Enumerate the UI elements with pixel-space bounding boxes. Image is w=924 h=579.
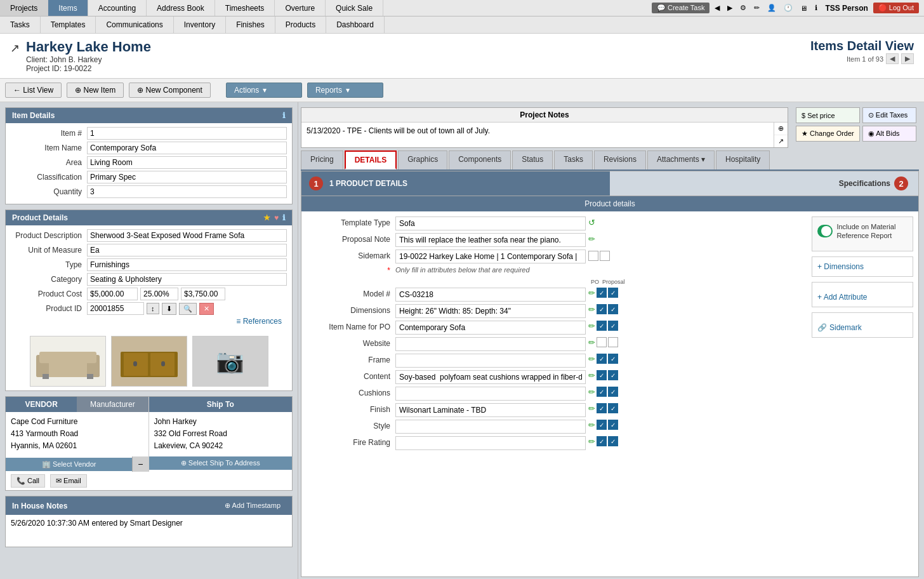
tab-hospitality[interactable]: Hospitality [716,150,770,170]
nav-timesheets[interactable]: Timesheets [215,0,275,16]
product-id-move-icon[interactable]: ↕ [147,303,159,314]
project-notes-expand-icon[interactable]: ⊕ [774,123,788,135]
tab-attachments[interactable]: Attachments [647,150,715,170]
content-input[interactable] [395,370,586,384]
content-po-checkbox[interactable] [597,370,607,380]
manufacturer-tab[interactable]: Manufacturer [77,397,148,412]
frame-edit-icon[interactable]: ✏ [588,354,595,364]
unit-of-measure-input[interactable] [87,244,287,256]
add-attribute-link[interactable]: + Add Attribute [817,293,908,302]
dimensions-po-checkbox[interactable] [597,304,607,314]
vendor-tab[interactable]: VENDOR [6,397,77,412]
item-name-po-proposal-checkbox[interactable] [608,321,618,331]
select-ship-to-button[interactable]: ⊕ Select Ship To Address [149,456,293,470]
external-link-icon[interactable]: ↗ [10,41,20,55]
remove-vendor-button[interactable]: − [132,456,148,472]
product-image-placeholder[interactable]: 📷 [192,336,268,387]
model-proposal-checkbox[interactable] [608,288,618,298]
nav-inventory[interactable]: Inventory [174,17,226,33]
website-proposal-checkbox[interactable] [608,337,618,347]
edit-taxes-button[interactable]: ⊙ Edit Taxes [862,107,916,123]
tab-tasks[interactable]: Tasks [554,150,593,170]
dimensions-input[interactable] [395,304,586,318]
area-input[interactable] [87,156,287,169]
style-input[interactable] [395,420,586,434]
finish-edit-icon[interactable]: ✏ [588,404,595,413]
change-order-button[interactable]: ★ Change Order [796,126,860,142]
content-edit-icon[interactable]: ✏ [588,371,595,380]
template-type-refresh-icon[interactable]: ↺ [588,218,595,227]
cushions-input[interactable] [395,387,586,401]
info-icon[interactable]: ℹ [812,3,820,13]
proposal-note-edit-icon[interactable]: ✏ [588,234,595,244]
cushions-proposal-checkbox[interactable] [608,387,618,397]
product-cost-net-input[interactable] [181,288,225,300]
item-name-po-po-checkbox[interactable] [597,321,607,331]
nav-address-book[interactable]: Address Book [147,0,215,16]
fire-rating-edit-icon[interactable]: ✏ [588,437,595,446]
add-timestamp-button[interactable]: ⊕ Add Timestamp [220,500,286,512]
nav-back-icon[interactable]: ◀ [712,3,722,13]
nav-accounting[interactable]: Accounting [88,0,147,16]
nav-templates[interactable]: Templates [41,17,96,33]
model-input[interactable] [395,288,586,302]
product-id-clear-icon[interactable]: ✕ [199,303,214,315]
product-id-input[interactable] [87,302,144,315]
clock-icon[interactable]: 🕐 [781,3,795,13]
frame-input[interactable] [395,354,586,368]
dimensions-proposal-checkbox[interactable] [608,304,618,314]
classification-input[interactable] [87,171,287,183]
user-icon[interactable]: 👤 [765,3,779,13]
model-po-checkbox[interactable] [597,288,607,298]
cushions-po-checkbox[interactable] [597,387,607,397]
sidemark-right-link[interactable]: 🔗 Sidemark [817,323,908,332]
fire-rating-po-checkbox[interactable] [597,436,607,446]
pencil-icon[interactable]: ✏ [751,3,762,13]
include-on-report-toggle[interactable] [817,225,833,237]
call-button[interactable]: 📞 Call [11,474,45,488]
select-vendor-button[interactable]: 🏢 Select Vendor [6,458,132,471]
tab-pricing[interactable]: Pricing [301,150,343,170]
actions-dropdown[interactable]: Actions ▾ [226,83,302,98]
product-cost-pct-input[interactable] [140,288,178,300]
alt-bids-button[interactable]: ◉ Alt Bids [862,126,916,142]
tab-components[interactable]: Components [449,150,511,170]
item-next-button[interactable]: ▶ [901,53,914,64]
fire-rating-input[interactable] [395,436,586,450]
set-price-button[interactable]: $ Set price [796,107,860,123]
item-name-po-edit-icon[interactable]: ✏ [588,321,595,331]
settings-icon[interactable]: ⚙ [737,3,749,13]
finish-proposal-checkbox[interactable] [608,403,618,413]
finish-input[interactable] [395,403,586,417]
proposal-note-input[interactable] [395,233,586,247]
template-type-input[interactable] [395,216,586,230]
email-button[interactable]: ✉ Email [50,474,87,488]
new-item-button[interactable]: ⊕ New Item [67,83,124,98]
nav-products[interactable]: Products [275,17,326,33]
product-id-search-icon[interactable]: 🔍 [179,303,197,315]
tab-graphics[interactable]: Graphics [398,150,447,170]
product-cost-input[interactable] [87,288,138,300]
type-input[interactable] [87,258,287,271]
nav-communications[interactable]: Communications [96,17,173,33]
tab-status[interactable]: Status [512,150,553,170]
category-input[interactable] [87,273,287,286]
style-po-checkbox[interactable] [597,420,607,430]
nav-quick-sale[interactable]: Quick Sale [326,0,383,16]
quantity-input[interactable] [87,185,287,198]
item-number-input[interactable] [87,127,287,140]
sidemark-po-checkbox[interactable] [588,251,598,261]
tab-revisions[interactable]: Revisions [594,150,646,170]
nav-tasks[interactable]: Tasks [0,17,41,33]
item-details-info-icon[interactable]: ℹ [282,111,286,120]
item-name-po-input[interactable] [395,321,586,335]
nav-dashboard[interactable]: Dashboard [326,17,385,33]
product-desc-input[interactable] [87,229,287,242]
item-prev-button[interactable]: ◀ [886,53,899,64]
create-task-button[interactable]: 💬 Create Task [652,3,710,13]
nav-projects[interactable]: Projects [0,0,48,16]
reports-dropdown[interactable]: Reports ▾ [307,83,383,98]
sidemark-proposal-checkbox[interactable] [600,251,610,261]
nav-overture[interactable]: Overture [275,0,326,16]
dimensions-edit-icon[interactable]: ✏ [588,305,595,314]
